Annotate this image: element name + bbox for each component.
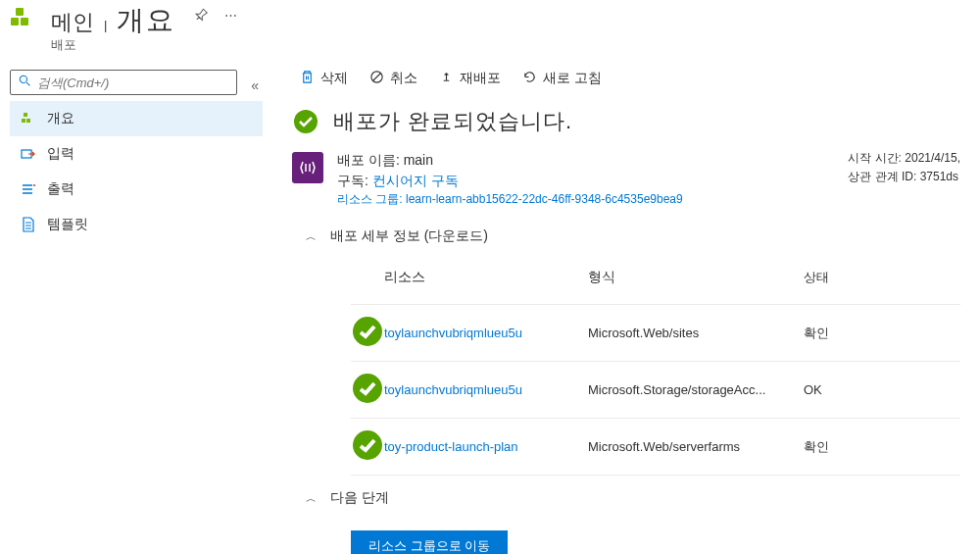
svg-rect-5 — [24, 113, 27, 117]
resource-table: 리소스 형식 상태 toylaunchvubriqmlueu5u Microso… — [351, 259, 960, 476]
section-title: 다음 단계 — [330, 489, 389, 507]
th-resource: 리소스 — [384, 269, 588, 286]
header-title-main: 메인 — [51, 8, 94, 37]
resource-group-link[interactable]: learn-learn-abb15622-22dc-46ff-9348-6c45… — [406, 192, 683, 206]
section-title: 배포 세부 정보 — [330, 227, 420, 243]
deployment-detail: 배포 이름: main 구독: 컨시어지 구독 리소스 그룹: learn-le… — [292, 150, 960, 208]
page-header: 메인 | 개요 배포 ⋯ — [0, 0, 980, 62]
template-icon — [20, 217, 37, 232]
nav-item-output[interactable]: 출력 — [10, 172, 263, 207]
resource-link[interactable]: toy-product-launch-plan — [384, 439, 518, 454]
resource-state: 확인 — [804, 438, 902, 456]
cancel-icon — [369, 70, 384, 87]
resource-type: Microsoft.Web/sites — [588, 326, 804, 340]
search-box[interactable] — [10, 70, 237, 95]
input-icon — [20, 146, 37, 162]
download-link[interactable]: (다운로드) — [424, 227, 488, 243]
svg-line-4 — [26, 82, 29, 85]
delete-button[interactable]: 삭제 — [300, 70, 348, 87]
trash-icon — [300, 70, 315, 87]
start-time-label: 시작 시간: — [848, 151, 902, 165]
nav-label: 출력 — [47, 180, 74, 198]
success-icon — [351, 393, 384, 408]
svg-rect-6 — [22, 119, 25, 123]
nav-label: 입력 — [47, 145, 74, 163]
status-row: 배포가 완료되었습니다. — [292, 107, 960, 136]
search-icon — [19, 75, 31, 90]
redeploy-icon — [439, 70, 454, 87]
refresh-icon — [522, 70, 537, 87]
nav-item-input[interactable]: 입력 — [10, 136, 263, 172]
subscription-label: 구독: — [337, 173, 368, 188]
start-time-value: 2021/4/15, — [905, 151, 960, 165]
resource-link[interactable]: toylaunchvubriqmlueu5u — [384, 382, 522, 397]
refresh-button[interactable]: 새로 고침 — [522, 70, 602, 87]
header-divider: | — [104, 18, 107, 32]
content-area: 삭제 취소 재배포 새로 고침 — [272, 62, 980, 554]
success-icon — [351, 450, 384, 465]
svg-point-3 — [20, 76, 26, 82]
success-icon — [292, 108, 319, 135]
nav-item-overview[interactable]: 개요 — [10, 101, 263, 136]
goto-resource-group-button[interactable]: 리소스 그룹으로 이동 — [351, 530, 508, 554]
table-row: toylaunchvubriqmlueu5u Microsoft.Storage… — [351, 361, 960, 418]
svg-point-18 — [294, 110, 318, 133]
cube-icon — [20, 111, 37, 126]
correlation-value: 3751ds — [920, 170, 958, 183]
th-state: 상태 — [804, 269, 902, 286]
sidebar: « 개요 입력 출력 템플릿 — [0, 62, 272, 554]
th-type: 형식 — [588, 269, 804, 286]
collapse-sidebar-button[interactable]: « — [247, 77, 263, 93]
nav-label: 개요 — [47, 110, 74, 127]
svg-rect-2 — [21, 18, 28, 25]
deploy-name-value: main — [404, 152, 433, 168]
resource-state: OK — [804, 382, 902, 397]
resource-state: 확인 — [804, 325, 902, 342]
pin-icon[interactable] — [189, 6, 211, 27]
resource-type: Microsoft.Storage/storageAcc... — [588, 382, 804, 397]
header-title-page: 개요 — [117, 2, 175, 39]
nav-item-template[interactable]: 템플릿 — [10, 207, 263, 242]
output-icon — [20, 181, 37, 197]
correlation-label: 상관 관계 ID: — [848, 170, 916, 183]
svg-point-12 — [33, 184, 35, 186]
chevron-up-icon: ︿ — [306, 229, 317, 244]
svg-rect-1 — [11, 18, 19, 25]
svg-line-17 — [373, 74, 381, 81]
status-text: 배포가 완료되었습니다. — [333, 107, 572, 136]
cancel-button[interactable]: 취소 — [369, 70, 417, 87]
resource-group-label: 리소스 그룹: — [337, 192, 403, 206]
toolbar: 삭제 취소 재배포 새로 고침 — [292, 66, 960, 107]
redeploy-button[interactable]: 재배포 — [439, 70, 501, 87]
success-icon — [351, 336, 384, 351]
table-row: toylaunchvubriqmlueu5u Microsoft.Web/sit… — [351, 304, 960, 361]
svg-rect-7 — [26, 119, 30, 123]
resource-icon — [10, 4, 39, 33]
subscription-link[interactable]: 컨시어지 구독 — [372, 173, 459, 188]
resource-link[interactable]: toylaunchvubriqmlueu5u — [384, 326, 522, 340]
svg-rect-0 — [16, 8, 24, 16]
table-row: toy-product-launch-plan Microsoft.Web/se… — [351, 418, 960, 476]
section-deploy-details[interactable]: ︿ 배포 세부 정보 (다운로드) — [306, 227, 960, 245]
resource-type: Microsoft.Web/serverfarms — [588, 439, 804, 454]
more-icon[interactable]: ⋯ — [224, 8, 239, 23]
nav-label: 템플릿 — [47, 216, 88, 233]
arm-icon — [292, 152, 323, 183]
chevron-up-icon: ︿ — [306, 491, 317, 506]
deploy-name-label: 배포 이름: — [337, 152, 400, 168]
section-next-steps[interactable]: ︿ 다음 단계 — [306, 489, 960, 507]
search-input[interactable] — [37, 76, 228, 90]
